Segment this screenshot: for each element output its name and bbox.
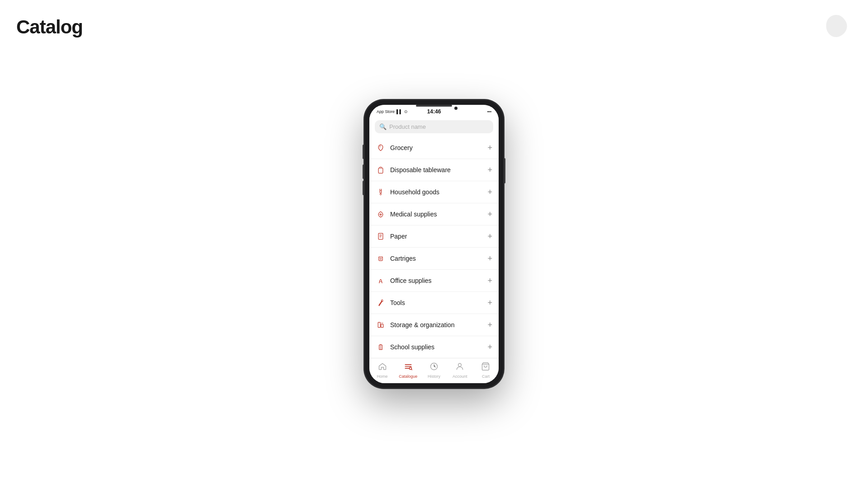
phone-mockup: App Store ▌▌ ⊙ 14:46 ▪▪▪ 🔍 Product name [364, 99, 504, 389]
category-item-household[interactable]: Household goods+ [369, 181, 499, 203]
svg-point-20 [458, 363, 462, 366]
status-carrier: App Store ▌▌ ⊙ [377, 109, 408, 114]
category-list: Grocery+Disposable tableware+Household g… [369, 137, 499, 358]
status-time: 14:46 [427, 108, 441, 115]
category-item-medical[interactable]: Medical supplies+ [369, 203, 499, 225]
phone-shell: App Store ▌▌ ⊙ 14:46 ▪▪▪ 🔍 Product name [364, 99, 504, 389]
page-title: Catalog [16, 16, 83, 38]
category-item-disposable[interactable]: Disposable tableware+ [369, 159, 499, 181]
category-item-grocery[interactable]: Grocery+ [369, 137, 499, 159]
nav-icon-catalogue [404, 362, 413, 373]
svg-rect-9 [381, 300, 383, 302]
category-label-disposable: Disposable tableware [390, 166, 487, 174]
category-expand-paper[interactable]: + [487, 232, 492, 240]
nav-item-cart[interactable]: Cart [473, 362, 499, 379]
phone-screen: App Store ▌▌ ⊙ 14:46 ▪▪▪ 🔍 Product name [369, 105, 499, 383]
category-expand-school[interactable]: + [487, 343, 492, 351]
nav-icon-cart [481, 362, 490, 373]
nav-item-catalogue[interactable]: Catalogue [395, 362, 421, 379]
svg-rect-0 [378, 168, 383, 173]
category-expand-office[interactable]: + [487, 277, 492, 285]
household-icon [376, 187, 386, 197]
category-expand-storage[interactable]: + [487, 321, 492, 329]
nav-label-history: History [428, 374, 440, 379]
nav-icon-history [429, 362, 439, 373]
category-label-storage: Storage & organization [390, 321, 487, 328]
svg-rect-3 [378, 233, 383, 239]
nav-item-history[interactable]: History [421, 362, 447, 379]
category-expand-household[interactable]: + [487, 188, 492, 196]
category-item-office[interactable]: Office supplies+ [369, 270, 499, 292]
svg-rect-12 [381, 322, 383, 323]
nav-item-account[interactable]: Account [447, 362, 473, 379]
nav-label-cart: Cart [482, 374, 490, 379]
nav-icon-home [378, 362, 387, 373]
category-label-tools: Tools [390, 299, 487, 306]
category-label-household: Household goods [390, 188, 487, 196]
category-expand-grocery[interactable]: + [487, 144, 492, 152]
svg-rect-10 [378, 322, 380, 327]
status-battery: ▪▪▪ [487, 109, 491, 114]
brand-logo [823, 13, 850, 40]
category-item-school[interactable]: School supplies+ [369, 336, 499, 358]
nav-label-catalogue: Catalogue [399, 374, 417, 379]
bottom-nav: HomeCatalogueHistoryAccountCart [369, 358, 499, 383]
category-expand-tools[interactable]: + [487, 299, 492, 307]
app-topbar: 🔍 Product name [369, 117, 499, 137]
svg-line-18 [411, 369, 412, 370]
medical-icon [376, 209, 386, 219]
category-expand-disposable[interactable]: + [487, 166, 492, 174]
category-expand-medical[interactable]: + [487, 210, 492, 218]
paper-icon [376, 231, 386, 241]
svg-point-1 [380, 193, 381, 195]
category-label-paper: Paper [390, 233, 487, 240]
nav-item-home[interactable]: Home [369, 362, 395, 379]
svg-rect-11 [381, 324, 383, 327]
search-box[interactable]: 🔍 Product name [375, 120, 493, 133]
school-icon [376, 342, 386, 352]
office-icon [376, 276, 386, 286]
disposable-icon [376, 165, 386, 175]
category-item-storage[interactable]: Storage & organization+ [369, 314, 499, 336]
category-item-paper[interactable]: Paper+ [369, 225, 499, 248]
nav-label-home: Home [377, 374, 388, 379]
grocery-icon [376, 143, 386, 153]
tools-icon [376, 298, 386, 308]
storage-icon [376, 320, 386, 330]
svg-point-7 [380, 258, 381, 259]
category-label-office: Office supplies [390, 277, 487, 284]
category-label-cartriges: Cartriges [390, 255, 487, 262]
nav-icon-account [455, 362, 464, 373]
nav-label-account: Account [453, 374, 467, 379]
search-placeholder: Product name [389, 123, 426, 130]
category-label-school: School supplies [390, 343, 487, 351]
category-expand-cartriges[interactable]: + [487, 254, 492, 263]
category-label-grocery: Grocery [390, 144, 487, 151]
search-icon: 🔍 [379, 123, 387, 130]
cartriges-icon [376, 253, 386, 263]
category-item-cartriges[interactable]: Cartriges+ [369, 248, 499, 270]
category-item-tools[interactable]: Tools+ [369, 292, 499, 314]
category-label-medical: Medical supplies [390, 211, 487, 218]
